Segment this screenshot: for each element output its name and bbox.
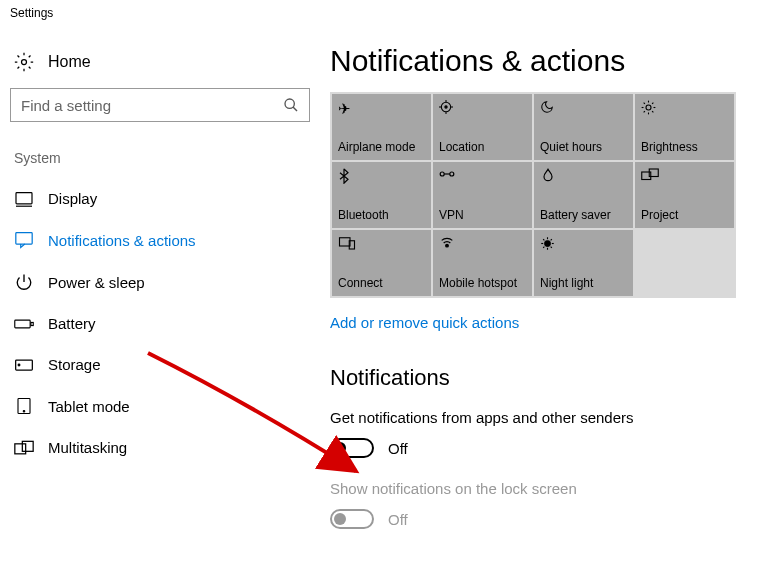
sidebar-item-label: Battery (48, 315, 96, 332)
qa-tile-hotspot[interactable]: Mobile hotspot (433, 230, 532, 296)
hotspot-icon (439, 236, 526, 254)
svg-rect-34 (340, 238, 351, 246)
svg-line-42 (543, 239, 544, 240)
svg-line-2 (293, 107, 297, 111)
svg-line-28 (652, 103, 653, 104)
storage-icon (14, 358, 34, 372)
svg-line-24 (652, 111, 653, 112)
sidebar-item-label: Display (48, 190, 97, 207)
qa-tile-label: Brightness (641, 141, 728, 154)
qa-tile-label: Airplane mode (338, 141, 425, 154)
svg-line-43 (551, 247, 552, 248)
svg-rect-5 (16, 233, 32, 244)
svg-point-1 (285, 99, 294, 108)
qa-tile-label: Location (439, 141, 526, 154)
quick-actions-grid: ✈ Airplane mode Location Quiet hours Br (330, 92, 736, 298)
qa-tile-bluetooth[interactable]: Bluetooth (332, 162, 431, 228)
home-label: Home (48, 53, 91, 71)
main-content: Notifications & actions ✈ Airplane mode … (320, 26, 766, 562)
airplane-icon: ✈ (338, 100, 425, 118)
gear-icon (14, 52, 34, 72)
toggle-lock-screen (330, 509, 374, 529)
display-icon (14, 191, 34, 207)
qa-tile-night-light[interactable]: Night light (534, 230, 633, 296)
notifications-icon (14, 231, 34, 249)
svg-rect-13 (22, 441, 33, 451)
sidebar: Home System Display Notifications & acti… (0, 26, 320, 562)
notifications-heading: Notifications (330, 365, 756, 391)
sidebar-item-label: Multitasking (48, 439, 127, 456)
night-light-icon (540, 236, 627, 254)
multitasking-icon (14, 440, 34, 456)
svg-point-9 (18, 364, 20, 366)
svg-rect-3 (16, 192, 32, 203)
qa-tile-brightness[interactable]: Brightness (635, 94, 734, 160)
svg-point-20 (646, 105, 651, 110)
svg-rect-7 (31, 322, 33, 325)
sidebar-item-multitasking[interactable]: Multitasking (10, 427, 310, 468)
sidebar-item-label: Storage (48, 356, 101, 373)
quiet-hours-icon (540, 100, 627, 118)
section-label-system: System (10, 150, 310, 178)
battery-saver-icon (540, 168, 627, 186)
search-input[interactable] (10, 88, 310, 122)
sidebar-item-display[interactable]: Display (10, 178, 310, 219)
battery-icon (14, 317, 34, 331)
sidebar-item-battery[interactable]: Battery (10, 303, 310, 344)
sidebar-item-tablet[interactable]: Tablet mode (10, 385, 310, 427)
svg-point-11 (23, 411, 25, 413)
svg-line-23 (644, 103, 645, 104)
brightness-icon (641, 100, 728, 118)
sidebar-item-notifications[interactable]: Notifications & actions (10, 219, 310, 261)
qa-tile-label: Connect (338, 277, 425, 290)
svg-point-36 (446, 244, 449, 247)
search-field[interactable] (21, 97, 283, 114)
qa-tile-project[interactable]: Project (635, 162, 734, 228)
project-icon (641, 168, 728, 186)
qa-tile-location[interactable]: Location (433, 94, 532, 160)
svg-point-0 (22, 60, 27, 65)
svg-line-45 (551, 239, 552, 240)
svg-point-29 (440, 172, 444, 176)
toggle-state-label: Off (388, 511, 408, 528)
qa-tile-quiet[interactable]: Quiet hours (534, 94, 633, 160)
qa-tile-connect[interactable]: Connect (332, 230, 431, 296)
sidebar-item-label: Power & sleep (48, 274, 145, 291)
setting-lock-screen-label: Show notifications on the lock screen (330, 480, 756, 497)
svg-rect-6 (15, 320, 30, 328)
power-icon (14, 273, 34, 291)
qa-tile-label: Battery saver (540, 209, 627, 222)
qa-tile-empty (635, 230, 734, 296)
vpn-icon (439, 168, 526, 186)
toggle-state-label: Off (388, 440, 408, 457)
qa-tile-battery-saver[interactable]: Battery saver (534, 162, 633, 228)
sidebar-item-label: Notifications & actions (48, 232, 196, 249)
qa-tile-label: Bluetooth (338, 209, 425, 222)
window-title: Settings (0, 0, 766, 26)
sidebar-item-storage[interactable]: Storage (10, 344, 310, 385)
qa-tile-vpn[interactable]: VPN (433, 162, 532, 228)
svg-rect-12 (15, 443, 26, 453)
svg-point-30 (450, 172, 454, 176)
svg-line-27 (644, 111, 645, 112)
toggle-notifications-apps[interactable] (330, 438, 374, 458)
connect-icon (338, 236, 425, 254)
qa-tile-label: Mobile hotspot (439, 277, 526, 290)
qa-tile-label: Quiet hours (540, 141, 627, 154)
sidebar-item-label: Tablet mode (48, 398, 130, 415)
page-title: Notifications & actions (330, 44, 756, 78)
qa-tile-label: Night light (540, 277, 627, 290)
home-button[interactable]: Home (10, 44, 310, 88)
setting-notifications-apps-label: Get notifications from apps and other se… (330, 409, 756, 426)
qa-tile-airplane[interactable]: ✈ Airplane mode (332, 94, 431, 160)
tablet-icon (14, 397, 34, 415)
bluetooth-icon (338, 168, 425, 186)
svg-point-15 (445, 106, 447, 108)
svg-line-44 (543, 247, 544, 248)
sidebar-item-power[interactable]: Power & sleep (10, 261, 310, 303)
svg-point-37 (544, 240, 550, 246)
qa-tile-label: Project (641, 209, 728, 222)
add-remove-quick-actions-link[interactable]: Add or remove quick actions (330, 314, 519, 331)
qa-tile-label: VPN (439, 209, 526, 222)
location-icon (439, 100, 526, 118)
